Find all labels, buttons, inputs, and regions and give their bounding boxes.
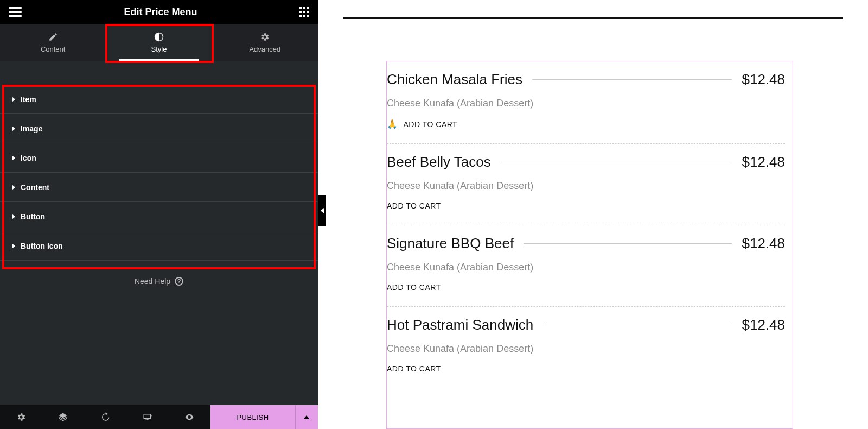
editor-panel: Edit Price Menu Content Style Advanced I… xyxy=(0,0,318,429)
help-icon: ? xyxy=(175,277,183,286)
panel-header: Edit Price Menu xyxy=(0,0,318,24)
menu-item-name: Signature BBQ Beef xyxy=(387,235,514,252)
add-to-cart-button[interactable]: ADD TO CART xyxy=(387,283,441,292)
accordion-item[interactable]: Button Icon xyxy=(0,231,318,261)
preview-canvas: Chicken Masala Fries $12.48 Cheese Kunaf… xyxy=(318,0,868,429)
gear-icon xyxy=(16,412,26,422)
price-menu-widget[interactable]: Chicken Masala Fries $12.48 Cheese Kunaf… xyxy=(386,61,793,429)
menu-item: Chicken Masala Fries $12.48 Cheese Kunaf… xyxy=(387,61,785,144)
panel-footer: PUBLISH xyxy=(0,405,318,429)
accordion-item[interactable]: Image xyxy=(0,114,318,143)
publish-label: PUBLISH xyxy=(237,413,269,421)
add-to-cart-button[interactable]: ADD TO CART xyxy=(387,364,441,373)
menu-item-price: $12.48 xyxy=(742,317,785,333)
menu-item-price: $12.48 xyxy=(742,235,785,252)
caret-right-icon xyxy=(12,155,15,161)
caret-right-icon xyxy=(12,97,15,102)
menu-item-description: Cheese Kunafa (Arabian Dessert) xyxy=(387,98,785,109)
panel-collapse-handle[interactable] xyxy=(318,195,326,226)
prayer-icon: 🙏 xyxy=(387,119,398,129)
layers-icon xyxy=(58,412,68,422)
panel-title: Edit Price Menu xyxy=(124,7,197,18)
menu-item-separator xyxy=(532,79,732,80)
menu-item-separator xyxy=(501,162,732,162)
tab-label: Style xyxy=(151,45,167,53)
history-icon xyxy=(100,412,110,422)
hamburger-menu-icon[interactable] xyxy=(9,7,22,17)
accordion-label: Button xyxy=(21,212,45,221)
add-to-cart-label: ADD TO CART xyxy=(387,201,441,210)
tab-content[interactable]: Content xyxy=(0,24,106,61)
accordion-item[interactable]: Icon xyxy=(0,143,318,173)
menu-item: Beef Belly Tacos $12.48 Cheese Kunafa (A… xyxy=(387,144,785,225)
chevron-left-icon xyxy=(321,208,324,213)
menu-item: Signature BBQ Beef $12.48 Cheese Kunafa … xyxy=(387,225,785,307)
tab-advanced[interactable]: Advanced xyxy=(212,24,318,61)
menu-item-description: Cheese Kunafa (Arabian Dessert) xyxy=(387,180,785,192)
caret-right-icon xyxy=(12,126,15,131)
menu-item-price: $12.48 xyxy=(742,154,785,171)
pencil-icon xyxy=(48,32,58,42)
add-to-cart-label: ADD TO CART xyxy=(404,120,458,129)
accordion-item[interactable]: Button xyxy=(0,202,318,231)
half-circle-icon xyxy=(154,32,164,42)
accordion-label: Item xyxy=(21,95,36,104)
need-help-label: Need Help xyxy=(135,277,170,286)
need-help-link[interactable]: Need Help ? xyxy=(0,261,318,286)
preview-divider xyxy=(343,17,843,19)
accordion-list: Item Image Icon Content Button Button Ic… xyxy=(0,61,318,405)
accordion-item[interactable]: Content xyxy=(0,173,318,202)
menu-item-separator xyxy=(524,243,732,244)
gear-icon xyxy=(260,32,270,42)
menu-item-separator xyxy=(543,325,732,325)
menu-item-description: Cheese Kunafa (Arabian Dessert) xyxy=(387,343,785,355)
accordion-label: Icon xyxy=(21,154,36,162)
tab-style[interactable]: Style xyxy=(106,24,212,61)
footer-navigator-button[interactable] xyxy=(42,405,85,429)
footer-settings-button[interactable] xyxy=(0,405,42,429)
accordion-label: Image xyxy=(21,124,42,133)
menu-item: Hot Pastrami Sandwich $12.48 Cheese Kuna… xyxy=(387,307,785,388)
tab-label: Advanced xyxy=(249,45,280,53)
accordion-item[interactable]: Item xyxy=(0,85,318,114)
publish-group: PUBLISH xyxy=(210,405,318,429)
caret-right-icon xyxy=(12,185,15,190)
footer-responsive-button[interactable] xyxy=(126,405,169,429)
add-to-cart-label: ADD TO CART xyxy=(387,364,441,373)
add-to-cart-label: ADD TO CART xyxy=(387,283,441,292)
add-to-cart-button[interactable]: 🙏 ADD TO CART xyxy=(387,119,457,129)
panel-tabs: Content Style Advanced xyxy=(0,24,318,61)
menu-item-name: Chicken Masala Fries xyxy=(387,71,522,88)
widgets-grid-icon[interactable] xyxy=(299,7,309,17)
add-to-cart-button[interactable]: ADD TO CART xyxy=(387,201,441,210)
eye-icon xyxy=(184,412,194,422)
menu-item-price: $12.48 xyxy=(742,71,785,88)
caret-right-icon xyxy=(12,243,15,249)
accordion-label: Button Icon xyxy=(21,242,63,250)
publish-options-button[interactable] xyxy=(295,405,318,429)
devices-icon xyxy=(143,412,152,422)
footer-preview-button[interactable] xyxy=(168,405,210,429)
menu-item-name: Hot Pastrami Sandwich xyxy=(387,317,533,333)
accordion-label: Content xyxy=(21,183,49,192)
chevron-up-icon xyxy=(304,415,309,419)
footer-history-button[interactable] xyxy=(84,405,126,429)
menu-item-description: Cheese Kunafa (Arabian Dessert) xyxy=(387,262,785,273)
caret-right-icon xyxy=(12,214,15,219)
publish-button[interactable]: PUBLISH xyxy=(210,405,295,429)
menu-item-name: Beef Belly Tacos xyxy=(387,154,491,171)
tab-label: Content xyxy=(41,45,66,53)
